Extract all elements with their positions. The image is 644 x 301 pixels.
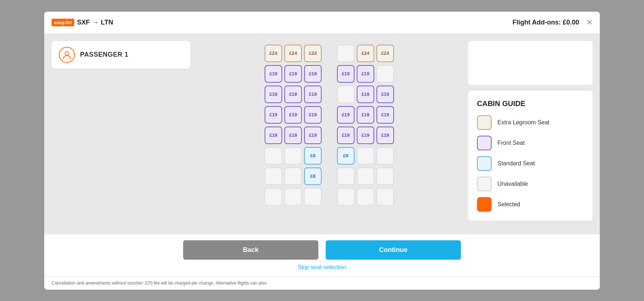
right-panel: CABIN GUIDE Extra Legroom Seat Front Sea…: [461, 34, 600, 234]
cabin-guide-title: CABIN GUIDE: [477, 99, 584, 108]
seat: [357, 168, 374, 185]
seat-row: £19 £19 £19 £19 £19: [265, 86, 394, 103]
seat[interactable]: £19: [265, 127, 282, 144]
seat[interactable]: £8: [304, 147, 322, 165]
seat[interactable]: £19: [265, 65, 282, 83]
cabin-guide-item-selected: Selected: [477, 197, 584, 212]
standard-seat-label: Standard Seat: [497, 160, 535, 167]
seat: [284, 188, 302, 206]
unavailable-swatch: [477, 177, 492, 191]
back-button[interactable]: Back: [183, 240, 318, 260]
cabin-guide-items: Extra Legroom Seat Front Seat Standard S…: [477, 115, 584, 212]
seat: [265, 168, 282, 185]
seat[interactable]: £24: [357, 45, 374, 62]
seat: [376, 188, 394, 206]
seat[interactable]: £19: [304, 65, 322, 83]
seat[interactable]: £8: [304, 168, 322, 185]
seat: [376, 147, 394, 165]
continue-button[interactable]: Continue: [326, 240, 461, 260]
seat: [337, 86, 355, 103]
seat-map-container[interactable]: £24 £24 £24 £24 £24 £19 £19 £19: [201, 41, 457, 209]
unavailable-label: Unavailable: [497, 181, 528, 187]
seat[interactable]: £19: [265, 106, 282, 124]
seat[interactable]: £8: [337, 147, 355, 165]
extra-legroom-label: Extra Legroom Seat: [497, 119, 549, 126]
seat[interactable]: £19: [357, 65, 374, 83]
seat[interactable]: £19: [357, 127, 374, 144]
seat: [337, 188, 355, 206]
seat[interactable]: £19: [376, 86, 394, 103]
seat: [357, 188, 374, 206]
seat[interactable]: £19: [304, 127, 322, 144]
flight-addons-label: Flight Add-ons: £0.00: [512, 19, 579, 26]
left-panel: PASSENGER 1: [44, 34, 198, 234]
header-left: easyJet SXF → LTN: [52, 19, 113, 26]
seat[interactable]: £19: [337, 127, 355, 144]
modal-body: PASSENGER 1 £24 £24 £24 £24: [44, 34, 600, 234]
easyjet-logo: easyJet: [52, 19, 74, 26]
seat: [284, 147, 302, 165]
front-seat-swatch: [477, 136, 492, 150]
selected-swatch: [477, 197, 492, 212]
seat[interactable]: £19: [376, 127, 394, 144]
bottom-bar: Cancellation and amendments without vouc…: [44, 276, 600, 290]
seat: [376, 168, 394, 185]
modal-header: easyJet SXF → LTN Flight Add-ons: £0.00 …: [44, 12, 600, 34]
seat[interactable]: £19: [357, 106, 374, 124]
seat: [337, 168, 355, 185]
modal: easyJet SXF → LTN Flight Add-ons: £0.00 …: [44, 12, 600, 290]
selected-label: Selected: [497, 201, 520, 208]
seat-row: £8 £8: [265, 147, 394, 165]
seat: [284, 168, 302, 185]
seat[interactable]: £19: [284, 127, 302, 144]
modal-footer: Back Continue Skip seat selection: [44, 234, 600, 276]
skip-seat-selection-link[interactable]: Skip seat selection: [298, 264, 346, 271]
seat[interactable]: £24: [265, 45, 282, 62]
seat[interactable]: £19: [376, 106, 394, 124]
seat[interactable]: £19: [304, 106, 322, 124]
seat: [376, 65, 394, 83]
cabin-guide-item-standard: Standard Seat: [477, 156, 584, 171]
seat: [304, 188, 322, 206]
route-from: SXF: [77, 19, 90, 26]
seat-row: £19 £19 £19 £19 £19 £19: [265, 106, 394, 124]
cabin-guide-item-front: Front Seat: [477, 136, 584, 150]
seat[interactable]: £19: [284, 86, 302, 103]
route: SXF → LTN: [77, 19, 113, 26]
seat[interactable]: £19: [337, 106, 355, 124]
seat[interactable]: £19: [337, 65, 355, 83]
footer-buttons: Back Continue: [183, 240, 461, 260]
seat[interactable]: £19: [284, 106, 302, 124]
seat[interactable]: £19: [265, 86, 282, 103]
close-button[interactable]: ×: [587, 17, 592, 27]
seat-map: £24 £24 £24 £24 £24 £19 £19 £19: [265, 41, 394, 209]
seat: [265, 147, 282, 165]
seat[interactable]: £19: [304, 86, 322, 103]
cabin-guide-item-unavailable: Unavailable: [477, 177, 584, 191]
seat-row: £19 £19 £19 £19 £19: [265, 65, 394, 83]
seat[interactable]: £19: [357, 86, 374, 103]
seat[interactable]: £24: [284, 45, 302, 62]
passenger-icon: [59, 47, 75, 63]
seat-row: £8: [265, 168, 394, 185]
route-arrow-icon: →: [92, 19, 99, 26]
seat[interactable]: £24: [304, 45, 322, 62]
passenger-name: PASSENGER 1: [80, 51, 128, 59]
seat: [357, 147, 374, 165]
seat[interactable]: £24: [376, 45, 394, 62]
svg-point-0: [65, 52, 69, 55]
cabin-guide-card: CABIN GUIDE Extra Legroom Seat Front Sea…: [468, 91, 592, 221]
center-wrapper: £24 £24 £24 £24 £24 £19 £19 £19: [198, 34, 461, 234]
seat: [337, 45, 355, 62]
center-panel: £24 £24 £24 £24 £24 £19 £19 £19: [198, 34, 461, 234]
route-to: LTN: [101, 19, 113, 26]
right-top-card: [468, 41, 592, 85]
seat-row: £24 £24 £24 £24 £24: [265, 45, 394, 62]
seat-row: [265, 188, 394, 206]
standard-seat-swatch: [477, 156, 492, 171]
seat-row: £19 £19 £19 £19 £19 £19: [265, 127, 394, 144]
seat: [265, 188, 282, 206]
front-seat-label: Front Seat: [497, 140, 525, 146]
seat[interactable]: £19: [284, 65, 302, 83]
cabin-guide-item-extra: Extra Legroom Seat: [477, 115, 584, 130]
